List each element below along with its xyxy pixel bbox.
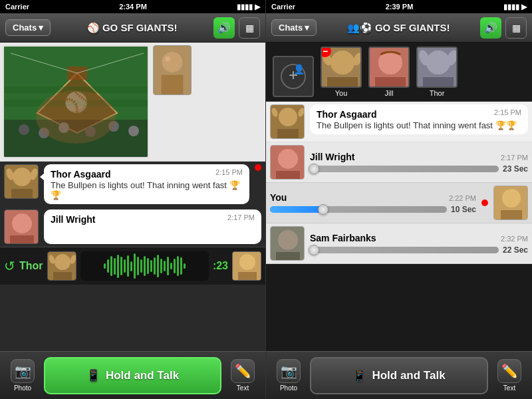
svg-point-33 xyxy=(239,254,255,270)
nav-title-1: ⚾ GO SF GIANTS! xyxy=(55,22,209,34)
content-1: Thor Asgaard 2:15 PM The Bullpen is ligh… xyxy=(0,43,265,351)
jill-avatar xyxy=(368,47,410,88)
p2-sam-avatar xyxy=(270,226,305,261)
svg-point-9 xyxy=(59,122,69,133)
refresh-icon[interactable]: ↺ xyxy=(4,258,15,274)
svg-rect-64 xyxy=(276,252,300,261)
p2-thor-name: Thor Asgaard xyxy=(317,109,377,120)
hold-and-talk-button-1[interactable]: 📱 Hold and Talk xyxy=(44,357,221,394)
walkie-talkie-icon-2: 📱 xyxy=(352,368,366,382)
add-participant-btn[interactable]: + 👤 xyxy=(273,56,314,97)
svg-point-16 xyxy=(162,52,183,72)
participant-thor: Thor xyxy=(416,47,458,97)
p2-thor-time: 2:15 PM xyxy=(494,108,521,116)
text-button-2[interactable]: ✏️ Text xyxy=(492,359,527,392)
jill-message-row: Jill Wright 2:17 PM xyxy=(0,207,265,247)
thor-avatar-small xyxy=(154,46,191,94)
thor-avatar-audio xyxy=(47,251,76,281)
p2-sam-audio-row: Sam Fairbanks 2:32 PM 22 Sec xyxy=(266,223,532,264)
photo-button-1[interactable]: 📷 Photo xyxy=(5,359,40,392)
p2-sam-progress[interactable] xyxy=(310,247,499,253)
p2-jill-audio-content: Jill Wright 2:17 PM 23 Sec xyxy=(310,152,528,174)
svg-rect-40 xyxy=(327,77,358,88)
baseball-field-svg xyxy=(4,47,149,158)
status-bar-2: Carrier 2:39 PM ▮▮▮▮ ▶ xyxy=(266,0,532,13)
camera-icon-1: 📷 xyxy=(11,359,35,383)
svg-rect-29 xyxy=(53,272,72,281)
you-label: You xyxy=(335,89,348,97)
group-name-2: GO SF GIANTS! xyxy=(375,22,450,33)
p2-jill-audio-row: Jill Wright 2:17 PM 23 Sec xyxy=(266,142,532,183)
walkie-talkie-icon-1: 📱 xyxy=(86,368,100,382)
participants-bar: + 👤 − You xyxy=(266,43,532,102)
add-icon: + 👤 xyxy=(273,56,314,97)
speaker-icon-1[interactable]: 🔊 xyxy=(213,17,235,39)
svg-point-47 xyxy=(426,51,450,74)
text-button-1[interactable]: ✏️ Text xyxy=(225,359,260,392)
svg-rect-61 xyxy=(501,210,522,220)
jill-name: Jill Wright xyxy=(51,214,95,225)
settings-icon-1[interactable]: ▦ xyxy=(239,17,260,39)
nav-bar-2: Chats ▾ 👥⚽ GO SF GIANTS! 🔊 ▦ xyxy=(266,13,532,43)
svg-rect-58 xyxy=(276,171,300,180)
hold-and-talk-button-2[interactable]: 📱 Hold and Talk xyxy=(310,357,488,394)
svg-point-8 xyxy=(39,128,49,138)
carrier-2: Carrier xyxy=(271,3,295,11)
speaker-icon-2[interactable]: 🔊 xyxy=(480,17,501,39)
svg-text:👤: 👤 xyxy=(293,64,305,75)
p2-sam-name: Sam Fairbanks xyxy=(310,233,376,243)
p2-you-time: 2:22 PM xyxy=(449,194,476,202)
time-2: 2:39 PM xyxy=(386,3,414,11)
participant-jill: Jill xyxy=(368,47,410,97)
svg-point-7 xyxy=(19,124,29,135)
baseball-image xyxy=(3,45,149,158)
chevron-down-icon-2: ▾ xyxy=(305,23,309,33)
svg-point-25 xyxy=(12,213,32,233)
svg-rect-21 xyxy=(11,189,33,199)
settings-icon-2[interactable]: ▦ xyxy=(505,17,527,39)
compose-icon-2: ✏️ xyxy=(497,359,521,383)
p2-jill-avatar xyxy=(270,145,305,180)
svg-rect-14 xyxy=(4,100,149,106)
svg-rect-13 xyxy=(4,86,149,93)
p2-sam-time: 2:32 PM xyxy=(501,235,528,243)
svg-point-10 xyxy=(85,126,96,137)
carrier-1: Carrier xyxy=(5,3,29,11)
svg-rect-48 xyxy=(423,77,454,88)
p2-thor-row: Thor Asgaard 2:15 PM The Bullpen is ligh… xyxy=(266,102,532,142)
svg-rect-53 xyxy=(277,129,299,139)
svg-point-63 xyxy=(278,230,298,250)
p2-you-name: You xyxy=(270,192,287,203)
status-bar-1: Carrier 2:34 PM ▮▮▮▮ ▶ xyxy=(0,0,265,13)
toolbar-1: 📷 Photo 📱 Hold and Talk ✏️ Text xyxy=(0,351,265,399)
jill-message-bubble: Jill Wright 2:17 PM xyxy=(44,209,261,244)
baseball-icon-1: ⚾ xyxy=(87,22,102,33)
audio-counter: :23 xyxy=(213,260,228,272)
chats-button-1[interactable]: Chats ▾ xyxy=(5,19,51,36)
text-label-1: Text xyxy=(237,384,249,392)
participant-you: − You xyxy=(321,47,362,97)
nav-bar-1: Chats ▾ ⚾ GO SF GIANTS! 🔊 ▦ xyxy=(0,13,265,43)
you-avatar: − xyxy=(321,47,362,88)
p2-jill-progress[interactable] xyxy=(310,166,499,172)
chats-label-2: Chats xyxy=(279,23,303,33)
text-label-2: Text xyxy=(503,384,515,392)
chats-button-2[interactable]: Chats ▾ xyxy=(271,19,317,36)
nav-title-2: 👥⚽ GO SF GIANTS! xyxy=(321,22,476,34)
photo-button-2[interactable]: 📷 Photo xyxy=(271,359,306,392)
p2-you-avatar xyxy=(493,186,528,220)
time-1: 2:34 PM xyxy=(119,3,147,11)
hold-talk-label-1: Hold and Talk xyxy=(106,369,179,382)
compose-icon-1: ✏️ xyxy=(231,359,255,383)
camera-icon-2: 📷 xyxy=(277,359,301,383)
p2-you-audio-content: You 2:22 PM 10 Sec xyxy=(270,192,476,214)
svg-rect-17 xyxy=(162,75,184,94)
toolbar-2: 📷 Photo 📱 Hold and Talk ✏️ Text xyxy=(266,351,532,399)
photo-label-1: Photo xyxy=(14,384,31,392)
thor-message-row: Thor Asgaard 2:15 PM The Bullpen is ligh… xyxy=(0,162,265,207)
p2-you-progress[interactable] xyxy=(270,206,447,213)
battery-1: ▮▮▮▮ ▶ xyxy=(237,3,260,11)
thor-message-bubble: Thor Asgaard 2:15 PM The Bullpen is ligh… xyxy=(44,164,249,204)
battery-2: ▮▮▮▮ ▶ xyxy=(503,3,527,11)
p2-thor-text: The Bullpen is lights out! That inning w… xyxy=(317,120,521,130)
